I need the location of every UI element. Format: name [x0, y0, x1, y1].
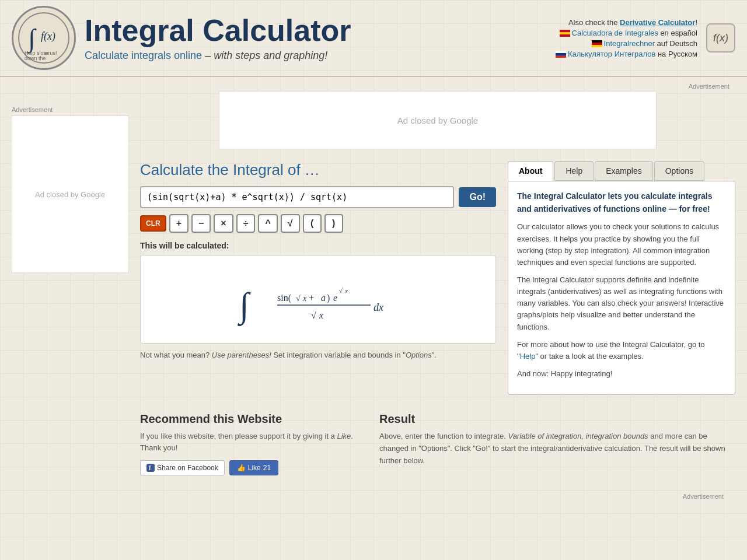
- svg-text:x: x: [344, 287, 348, 294]
- svg-text:√: √: [311, 310, 316, 320]
- svg-text:down the: down the: [25, 55, 46, 61]
- thumbs-up-icon: 👍: [237, 464, 246, 472]
- recommend-box: Recommend this Website If you like this …: [140, 412, 362, 475]
- center-content: Advertisement Ad closed by Google Calcul…: [140, 83, 735, 500]
- derivative-calculator-link[interactable]: Derivative Calculator: [620, 18, 695, 27]
- go-button[interactable]: Go!: [459, 187, 496, 207]
- svg-text:x: x: [319, 310, 323, 320]
- left-ad-box: Ad closed by Google: [12, 116, 128, 273]
- lang-es: Calculadora de Integrales en español: [556, 29, 697, 37]
- svg-text:virus!: virus!: [44, 50, 57, 56]
- subtitle-italic: – with steps and graphing!: [202, 50, 327, 61]
- svg-text:+: +: [309, 293, 314, 303]
- like-label: Like: [248, 464, 261, 472]
- svg-text:f(x): f(x): [41, 30, 55, 43]
- subtitle: Calculate integrals online – with steps …: [85, 50, 544, 62]
- about-p1: Our calculator allows you to check your …: [517, 221, 726, 268]
- lang-de: Integralrechner auf Deutsch: [556, 39, 697, 48]
- tabs-row: About Help Examples Options: [508, 161, 735, 181]
- like-count: 21: [263, 464, 271, 472]
- about-panel: The Integral Calculator lets you calcula…: [508, 181, 735, 395]
- svg-text:√: √: [296, 294, 301, 303]
- about-p2: The Integral Calculator supports definit…: [517, 274, 726, 333]
- fx-badge: f(x): [706, 23, 735, 52]
- top-ad-box: Ad closed by Google: [219, 91, 657, 149]
- rparen-button[interactable]: ): [324, 214, 343, 233]
- times-button[interactable]: ×: [214, 214, 233, 233]
- svg-text:a: a: [321, 293, 326, 303]
- main-title: Integral Calculator: [85, 14, 544, 47]
- clr-button[interactable]: CLR: [140, 215, 166, 232]
- calc-left: Calculate the Integral of … Go! CLR + − …: [140, 161, 496, 361]
- header-text: Integral Calculator Calculate integrals …: [85, 14, 544, 62]
- top-ad-label: Advertisement: [140, 83, 735, 90]
- recommend-text: If you like this website, then please su…: [140, 430, 362, 453]
- svg-text:sin(: sin(: [277, 293, 291, 303]
- power-button[interactable]: ^: [258, 214, 277, 233]
- sqrt-button[interactable]: √: [281, 214, 300, 233]
- help-link[interactable]: Help: [520, 352, 536, 360]
- facebook-icon: f: [146, 464, 155, 472]
- svg-text:): ): [327, 293, 330, 303]
- left-ad-area: Advertisement Ad closed by Google: [12, 106, 128, 500]
- plus-button[interactable]: +: [169, 214, 189, 233]
- bottom-section: Recommend this Website If you like this …: [140, 412, 735, 487]
- minus-button[interactable]: −: [191, 214, 211, 233]
- like-button[interactable]: 👍 Like 21: [229, 460, 278, 475]
- calc-buttons: CLR + − × ÷ ^ √ ( ): [140, 214, 496, 233]
- flag-de: [592, 40, 602, 47]
- logo: ∫ f(x) Help slow down the virus!: [12, 6, 76, 70]
- lang-es-link[interactable]: Calculadora de Integrales: [572, 29, 658, 37]
- flag-es: [560, 30, 570, 37]
- tab-options[interactable]: Options: [654, 161, 704, 181]
- share-facebook-button[interactable]: f Share on Facebook: [140, 460, 225, 475]
- tab-about[interactable]: About: [508, 161, 553, 181]
- result-title: Result: [379, 412, 735, 426]
- this-will-be-label: This will be calculated:: [140, 241, 496, 250]
- svg-text:∫: ∫: [238, 286, 251, 327]
- svg-text:√: √: [339, 287, 343, 294]
- input-row: Go!: [140, 186, 496, 208]
- tab-help[interactable]: Help: [554, 161, 594, 181]
- bottom-ad-label: Advertisement: [140, 493, 735, 500]
- svg-text:e: e: [333, 293, 337, 303]
- lparen-button[interactable]: (: [303, 214, 322, 233]
- divide-button[interactable]: ÷: [236, 214, 256, 233]
- result-box: Result Above, enter the function to inte…: [379, 412, 735, 475]
- function-input[interactable]: [140, 186, 454, 208]
- flag-ru: [556, 51, 566, 58]
- about-p3: For more about how to use the Integral C…: [517, 339, 726, 362]
- hint-text: Not what you mean? Use parentheses! Set …: [140, 349, 496, 361]
- header-right: Also check the Derivative Calculator! Ca…: [556, 18, 697, 58]
- header: ∫ f(x) Help slow down the virus! Integra…: [0, 0, 747, 77]
- integral-formula: ∫ sin( √ x + a ) e: [225, 267, 411, 331]
- top-ad-text: Ad closed by Google: [397, 116, 478, 125]
- calc-section: Calculate the Integral of … Go! CLR + − …: [140, 161, 735, 395]
- lang-de-link[interactable]: Integralrechner: [604, 39, 655, 48]
- tab-examples[interactable]: Examples: [595, 161, 652, 181]
- about-p4: And now: Happy integrating!: [517, 368, 726, 380]
- svg-text:x: x: [302, 294, 307, 303]
- main-wrapper: Advertisement Ad closed by Google Advert…: [0, 77, 747, 506]
- social-buttons: f Share on Facebook 👍 Like 21: [140, 460, 362, 475]
- about-headline: The Integral Calculator lets you calcula…: [517, 190, 726, 215]
- logo-svg: ∫ f(x) Help slow down the virus!: [18, 12, 70, 64]
- calc-title: Calculate the Integral of …: [140, 161, 496, 179]
- left-ad-text: Ad closed by Google: [35, 190, 105, 199]
- lang-ru-link[interactable]: Калькулятор Интегралов: [568, 50, 655, 58]
- subtitle-plain: Calculate integrals online: [85, 50, 202, 61]
- preview-box: ∫ sin( √ x + a ) e: [140, 255, 496, 344]
- also-check: Also check the Derivative Calculator!: [556, 18, 697, 27]
- left-ad-label: Advertisement: [12, 106, 128, 113]
- lang-ru: Калькулятор Интегралов на Русском: [556, 50, 697, 58]
- svg-text:dx: dx: [374, 302, 383, 313]
- right-panel: About Help Examples Options The Integral…: [508, 161, 735, 395]
- result-text: Above, enter the function to integrate. …: [379, 430, 735, 467]
- recommend-title: Recommend this Website: [140, 412, 362, 426]
